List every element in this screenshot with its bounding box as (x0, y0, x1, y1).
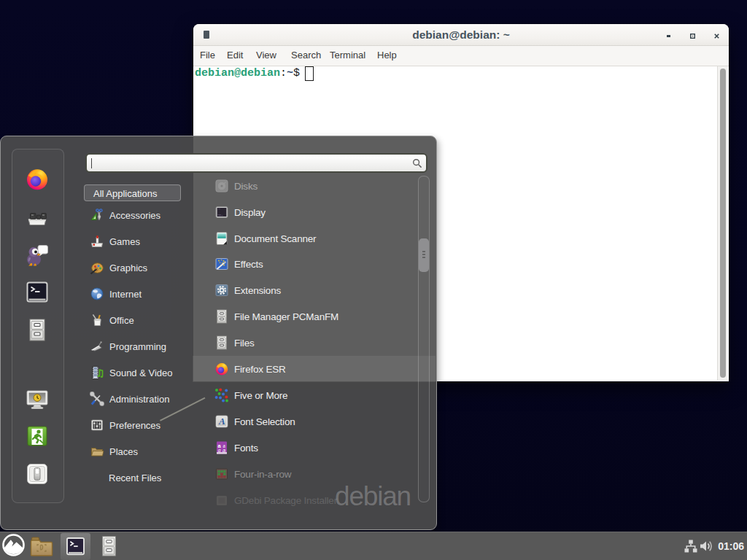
svg-text:a: a (218, 447, 221, 454)
svg-text:a: a (222, 447, 225, 454)
svg-text:A: A (218, 416, 225, 427)
